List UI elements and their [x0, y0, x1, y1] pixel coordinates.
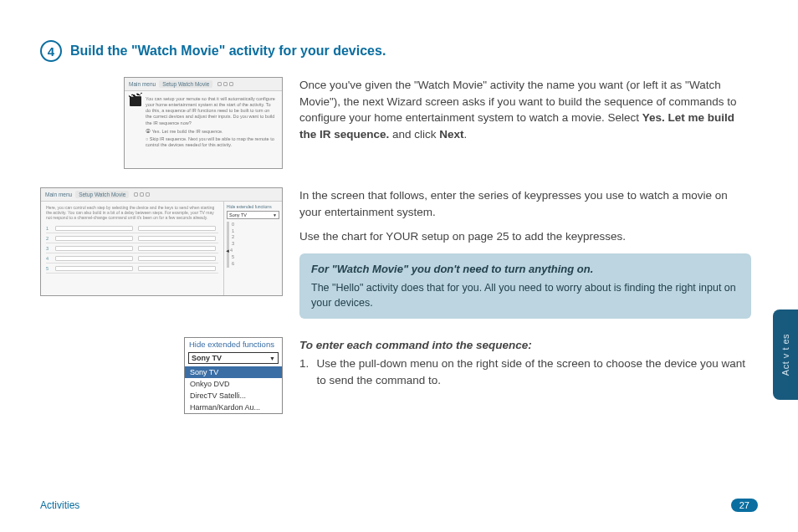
- list-item: 1. Use the pull-down menu on the right s…: [299, 356, 751, 388]
- wizard-option-yes: Yes. Let me build the IR sequence.: [151, 129, 223, 134]
- dropdown-header: Hide extended functions: [185, 338, 282, 350]
- side-panel-label: Hide extended functions: [227, 204, 279, 209]
- section-2: Main menu Setup Watch Movie Here, you ca…: [40, 187, 751, 319]
- breadcrumb-main: Main menu: [129, 81, 156, 87]
- section2-para1: In the screen that follows, enter the se…: [299, 187, 751, 220]
- dropdown-screenshot: Hide extended functions Sony TV▼ Sony TV…: [184, 337, 283, 414]
- dropdown-option: Sony TV: [185, 366, 282, 378]
- page-number: 27: [731, 499, 758, 512]
- dropdown-option: Harman/Kardon Au...: [185, 402, 282, 413]
- callout-box: For "Watch Movie" you don't need to turn…: [299, 253, 751, 319]
- step-header: 4 Build the "Watch Movie" activity for y…: [40, 40, 751, 62]
- dropdown-selected: Sony TV▼: [188, 352, 279, 364]
- step-number-badge: 4: [40, 40, 62, 62]
- section1-paragraph: Once you've given the "Watch Movie" acti…: [299, 77, 751, 142]
- sequence-rows: 1 2 3 4 5: [46, 223, 218, 274]
- clapboard-icon: [130, 96, 141, 106]
- callout-body: The "Hello" activity does that for you. …: [311, 282, 736, 309]
- breadcrumb-setup: Setup Watch Movie: [159, 80, 212, 88]
- chevron-down-icon: ▼: [269, 356, 275, 361]
- wizard-body-text: You can setup your remote so that it wil…: [146, 96, 277, 126]
- callout-title: For "Watch Movie" you don't need to turn…: [311, 262, 739, 278]
- breadcrumb-setup-2: Setup Watch Movie: [75, 191, 129, 198]
- list-text: Use the pull-down menu on the right side…: [317, 356, 752, 388]
- section2-para2: Use the chart for YOUR setup on page 25 …: [299, 228, 751, 245]
- section3-subhead: To enter each command into the sequence:: [299, 337, 751, 354]
- page-footer: Activities 27: [40, 499, 758, 512]
- side-tab-activities: Act v t es: [773, 309, 798, 400]
- window-controls-icon: [217, 82, 233, 86]
- footer-section: Activities: [40, 499, 79, 511]
- device-select: Sony TV▼: [227, 211, 279, 219]
- dropdown-option: DirecTV Satelli...: [185, 390, 282, 402]
- window-controls-icon: [134, 192, 150, 197]
- wizard-screenshot-1: Main menu Setup Watch Movie You can setu…: [124, 77, 283, 169]
- chevron-down-icon: ▼: [273, 212, 277, 217]
- section-1: Main menu Setup Watch Movie You can setu…: [40, 77, 751, 169]
- list-number: 1.: [299, 356, 310, 388]
- wizard2-desc: Here, you can control each step by selec…: [46, 205, 218, 220]
- step-title: Build the "Watch Movie" activity for you…: [70, 43, 386, 59]
- wizard-option-skip: Skip IR sequence. Next you will be able …: [146, 136, 274, 147]
- dropdown-option: Onkyo DVD: [185, 378, 282, 390]
- wizard-screenshot-2: Main menu Setup Watch Movie Here, you ca…: [40, 187, 283, 296]
- breadcrumb-main-2: Main menu: [45, 192, 72, 197]
- section-3: Hide extended functions Sony TV▼ Sony TV…: [40, 337, 751, 414]
